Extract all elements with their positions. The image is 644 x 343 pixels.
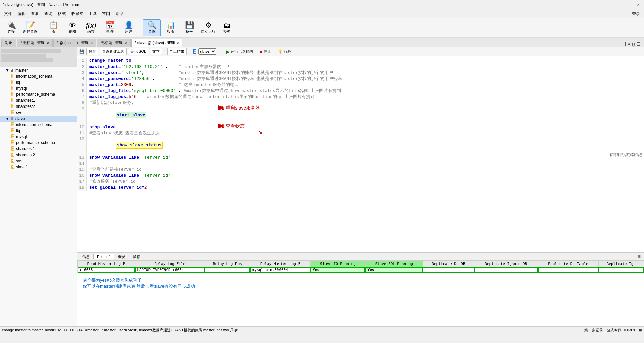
sidebar-item-perf-schema-1[interactable]: 🗄 performance_schema xyxy=(0,91,77,97)
menu-view[interactable]: 查看 xyxy=(28,10,42,17)
tab-close-2[interactable]: × xyxy=(91,41,93,45)
sidebar-item-slave1[interactable]: 🗄 slave1 xyxy=(0,164,77,170)
master-connection-icon: 🖥 xyxy=(10,68,14,73)
tab-close-1[interactable]: × xyxy=(47,41,49,45)
col-replicate-do-table: Replicate_Do_Table xyxy=(538,261,598,267)
toolbar-user[interactable]: 👤 用户 xyxy=(120,19,137,36)
sidebar-item-master[interactable]: ▼ 🖥 master xyxy=(0,67,77,73)
menu-favorites[interactable]: 收藏夹 xyxy=(69,10,86,17)
title-bar: * slave @ (slave) - 查询 - Navicat Premium… xyxy=(0,0,644,10)
sep-dash: - xyxy=(164,49,165,54)
db-selector[interactable]: slave xyxy=(198,48,216,55)
backup-icon: 💾 xyxy=(185,22,194,29)
export-results-button[interactable]: 导出结果 xyxy=(167,48,187,55)
tab-close-4[interactable]: × xyxy=(177,41,179,45)
tab-settings-icon[interactable]: ● xyxy=(628,41,630,47)
toolbar-backup[interactable]: 💾 备份 xyxy=(181,19,198,36)
tab-untitled-query2[interactable]: 无标题 - 查询 × xyxy=(97,39,130,47)
save-button[interactable]: 保存 xyxy=(86,48,98,55)
tab-slave-query[interactable]: * slave @ (slave) - 查询 × xyxy=(131,39,183,47)
toolbar-new-query[interactable]: 📝 新建查询 xyxy=(22,19,39,36)
toolbar-query[interactable]: 🔍 查询 xyxy=(143,19,161,36)
tab-grid-icon[interactable]: ☰ xyxy=(636,41,641,47)
menu-tools[interactable]: 工具 xyxy=(86,10,99,17)
login-button[interactable]: 登录 xyxy=(632,11,643,17)
user-icon: 👤 xyxy=(124,22,133,29)
tab-master-query[interactable]: * @ (master) - 查询 × xyxy=(53,39,97,47)
tab-info-icon[interactable]: ℹ xyxy=(625,41,626,47)
beautify-sql-button[interactable]: 美化 SQL xyxy=(128,48,148,55)
sidebar-item-shardtest2-1[interactable]: 🗄 shardtest2 xyxy=(0,103,77,110)
menu-query[interactable]: 查询 xyxy=(42,10,55,17)
explain-button[interactable]: 💡 解释 xyxy=(275,48,294,55)
new-query-icon: 📝 xyxy=(26,22,35,29)
minimize-button[interactable]: — xyxy=(620,2,627,8)
sidebar-item-shardtest1-2[interactable]: 🗄 shardtest1 xyxy=(0,146,77,152)
function-icon: f(x) xyxy=(86,22,96,29)
tab-close-3[interactable]: × xyxy=(125,41,127,45)
maximize-button[interactable]: □ xyxy=(628,2,634,8)
toolbar-function[interactable]: f(x) 函数 xyxy=(82,19,100,36)
toolbar-report[interactable]: 📊 报表 xyxy=(162,19,179,36)
code-line-10: 10 stop slave xyxy=(77,124,644,130)
statusbar-right: 第 1 条记录 查询时间: 0.030s ⊞ xyxy=(584,328,642,333)
menu-format[interactable]: 格式 xyxy=(55,10,69,17)
toolbar-connect[interactable]: 🔌 连接 xyxy=(3,19,20,36)
cell-relay-master-log: mysql-bin.000004 xyxy=(250,267,310,273)
tab-brackets-icon[interactable]: () xyxy=(632,41,635,47)
menu-window[interactable]: 窗口 xyxy=(99,10,113,17)
sidebar-item-mysql-2[interactable]: 🗄 mysql xyxy=(0,134,77,140)
code-line-3: 3 master_user='lvtest', #master数据库通过GRAN… xyxy=(77,70,644,76)
arrow-icon-2: ▼ xyxy=(5,116,9,121)
code-editor[interactable]: 1 change master to 2 master_host='192.16… xyxy=(77,56,644,252)
slave-connection-icon: 🖥 xyxy=(10,116,14,121)
db-icon-9: 🗄 xyxy=(11,128,15,133)
toolbar-view[interactable]: 👁 视图 xyxy=(63,19,81,36)
sidebar-item-sys-2[interactable]: 🗄 sys xyxy=(0,158,77,164)
tab-objects[interactable]: 对象 xyxy=(1,39,16,47)
toolbar-table[interactable]: 📋 表 xyxy=(45,19,62,36)
db-green-icon: 🗄 xyxy=(192,49,197,54)
stop-icon: ■ xyxy=(260,49,262,54)
sidebar-item-slave[interactable]: ▼ 🖥 slave xyxy=(0,116,77,122)
text-button[interactable]: 文本 xyxy=(150,48,162,55)
right-panel-info: 有可用的识别符信息 xyxy=(609,152,643,157)
result-tab-overview[interactable]: 概况 xyxy=(114,253,129,260)
sidebar-item-shardtest1-1[interactable]: 🗄 shardtest1 xyxy=(0,97,77,103)
db-icon-7: 🗄 xyxy=(11,110,15,115)
close-button[interactable]: × xyxy=(635,2,641,8)
menu-edit[interactable]: 编辑 xyxy=(15,10,28,17)
sidebar-item-information-schema-1[interactable]: 🗄 information_schema xyxy=(0,73,77,79)
result-content[interactable]: Read_Master_Log_P Relay_Log_File Relay_L… xyxy=(77,261,644,326)
stop-button[interactable]: ■ 停止 xyxy=(257,48,273,55)
code-line-7: 7 master_log_pos=546 #master数据库的通过show m… xyxy=(77,94,644,100)
query-builder-button[interactable]: 查询创建工具 xyxy=(100,48,127,55)
result-tab-result1[interactable]: Result 1 xyxy=(93,254,114,259)
sidebar-top-blur xyxy=(0,47,77,67)
code-line-13: 13 show variables like 'server_id' xyxy=(77,155,644,161)
menu-bar: 文件 编辑 查看 查询 格式 收藏夹 工具 窗口 帮助 登录 xyxy=(0,10,644,18)
sidebar-item-sys-1[interactable]: 🗄 sys xyxy=(0,110,77,116)
sidebar-item-information-schema-2[interactable]: 🗄 information_schema xyxy=(0,122,77,128)
sidebar-item-lbj-2[interactable]: 🗄 lbj xyxy=(0,128,77,134)
run-selected-button[interactable]: ▶ 运行已选择的 xyxy=(223,48,256,55)
sidebar-item-shardtest2-2[interactable]: 🗄 shardtest2 xyxy=(0,152,77,158)
toolbar-model[interactable]: 🗂 模型 xyxy=(218,19,236,36)
col-relay-log-file: Relay_Log_File xyxy=(135,261,205,267)
toolbar-event[interactable]: 📅 事件 xyxy=(101,19,119,36)
menu-file[interactable]: 文件 xyxy=(1,10,15,17)
sidebar-item-lbj-1[interactable]: 🗄 lbj xyxy=(0,79,77,85)
result-tab-info[interactable]: 信息 xyxy=(79,253,93,260)
toolbar-autorun[interactable]: ⚙ 自动运行 xyxy=(200,19,217,36)
statusbar-grid-icon[interactable]: ⊞ xyxy=(639,328,642,332)
result-tab-status[interactable]: 状态 xyxy=(129,253,144,260)
code-line-12: 12 show slave status xyxy=(77,136,644,155)
code-line-11: 11 #查看slave状态 查看是否发生关系 xyxy=(77,130,644,136)
sidebar-item-mysql-1[interactable]: 🗄 mysql xyxy=(0,85,77,91)
db-icon-1: 🗄 xyxy=(11,74,15,79)
tab-untitled-query[interactable]: * 无标题 - 查询 × xyxy=(17,39,53,47)
result-grid-icon[interactable]: ⊞ xyxy=(638,254,641,258)
sidebar-item-perf-schema-2[interactable]: 🗄 performance_schema xyxy=(0,140,77,146)
cell-do-db xyxy=(423,267,474,273)
menu-help[interactable]: 帮助 xyxy=(113,10,126,17)
